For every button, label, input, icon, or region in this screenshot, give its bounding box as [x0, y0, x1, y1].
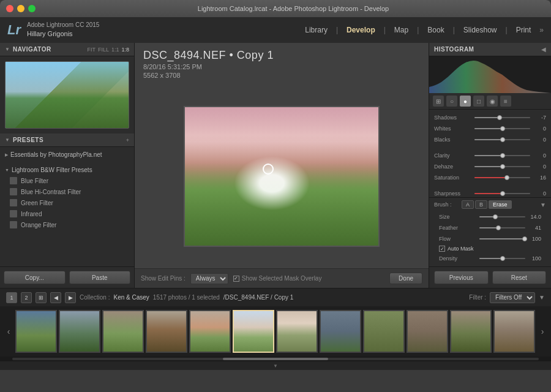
filmstrip-prev-btn[interactable]: ◀: [50, 292, 61, 303]
preset-bw-header[interactable]: ▼ Lightroom B&W Filter Presets: [0, 165, 134, 175]
filmstrip-next-btn[interactable]: ▶: [65, 292, 76, 303]
done-button[interactable]: Done: [389, 273, 422, 284]
histogram-title: Histogram: [434, 46, 541, 53]
brush-tab-erase[interactable]: Erase: [489, 200, 512, 209]
film-thumb[interactable]: [59, 310, 100, 353]
tool-grid[interactable]: ⊞: [433, 96, 444, 107]
nav-fit[interactable]: FIT: [87, 47, 96, 53]
brush-density-slider[interactable]: [479, 258, 525, 259]
left-panel-bottom: Copy... Paste: [0, 266, 134, 288]
clarity-slider[interactable]: [474, 155, 530, 156]
brush-tabs: A B Erase: [462, 200, 538, 209]
list-item[interactable]: Green Filter: [0, 197, 134, 208]
filter-arrow[interactable]: ▼: [539, 294, 545, 301]
histogram-collapse[interactable]: ◀: [541, 46, 546, 53]
tool-menu[interactable]: ≡: [500, 96, 511, 107]
main-image[interactable]: [184, 106, 380, 247]
filmstrip-btn-1[interactable]: 1: [6, 292, 17, 303]
automask-checkbox[interactable]: ✓: [439, 246, 445, 252]
nav-slideshow[interactable]: Slideshow: [459, 23, 502, 37]
maximize-button[interactable]: [28, 5, 36, 12]
brush-flow-slider[interactable]: [479, 238, 525, 239]
nav-more[interactable]: »: [539, 26, 544, 34]
nav-one[interactable]: 1:1: [111, 47, 119, 53]
overlay-label: Show Selected Mask Overlay: [242, 275, 322, 282]
film-thumb[interactable]: [276, 310, 318, 353]
list-item[interactable]: Orange Filter: [0, 219, 134, 230]
film-thumb[interactable]: [493, 310, 535, 353]
presets-add[interactable]: +: [126, 137, 129, 143]
nav-map[interactable]: Map: [389, 23, 413, 37]
filmstrip-filter: Filter : Filters Off ▼: [469, 292, 545, 303]
film-thumb[interactable]: [146, 310, 187, 353]
shadows-label: Shadows: [434, 115, 472, 121]
filmstrip-right-arrow[interactable]: ›: [538, 326, 547, 336]
dehaze-value: 0: [533, 164, 546, 170]
nav-print[interactable]: Print: [511, 23, 536, 37]
user-name: Hillary Grigonis: [27, 29, 99, 39]
film-thumb[interactable]: [320, 310, 361, 353]
nav-develop[interactable]: Develop: [342, 23, 380, 37]
scrollbar-track[interactable]: [12, 358, 539, 360]
reset-button[interactable]: Reset: [492, 271, 547, 284]
filmstrip-scrollbar[interactable]: [0, 356, 551, 361]
whites-slider[interactable]: [474, 128, 530, 129]
previous-button[interactable]: Previous: [434, 271, 489, 284]
nav-eight[interactable]: 1:8: [121, 47, 129, 53]
brush-density-value: 100: [528, 255, 541, 262]
film-thumb[interactable]: [15, 310, 57, 353]
nav-fill[interactable]: FILL: [98, 47, 109, 53]
presets-header[interactable]: ▼ Presets +: [0, 134, 134, 147]
dehaze-slider[interactable]: [474, 166, 530, 167]
navigator-preview: [0, 56, 134, 134]
brush-tab-b[interactable]: B: [475, 200, 487, 209]
brush-tab-a[interactable]: A: [462, 200, 474, 209]
brush-flow-label: Flow: [439, 236, 477, 242]
paste-button[interactable]: Paste: [69, 271, 131, 284]
navigator-header[interactable]: ▼ Navigator FIT FILL 1:1 1:8: [0, 43, 134, 56]
window-controls[interactable]: [6, 5, 36, 12]
film-thumb[interactable]: [450, 310, 492, 353]
nav-library[interactable]: Library: [300, 23, 332, 37]
minimize-button[interactable]: [17, 5, 24, 12]
tool-circle[interactable]: ○: [446, 96, 457, 107]
preset-group-bw: ▼ Lightroom B&W Filter Presets Blue Filt…: [0, 162, 134, 233]
list-item[interactable]: Infrared: [0, 208, 134, 219]
preset-bw-label: Lightroom B&W Filter Presets: [12, 167, 92, 173]
overlay-checkbox[interactable]: ✓ Show Selected Mask Overlay: [233, 275, 322, 282]
tool-gear[interactable]: ◉: [487, 96, 498, 107]
scrollbar-thumb[interactable]: [223, 358, 328, 360]
filmstrip-left-arrow[interactable]: ‹: [4, 326, 13, 336]
list-item[interactable]: Blue Hi-Contrast Filter: [0, 186, 134, 197]
blacks-slider[interactable]: [474, 139, 530, 140]
tool-dot[interactable]: ●: [460, 96, 471, 107]
brush-feather-slider[interactable]: [479, 227, 525, 228]
navigator-image[interactable]: [5, 61, 129, 129]
nav-book[interactable]: Book: [422, 23, 449, 37]
shadows-slider[interactable]: [474, 117, 530, 118]
automask-row[interactable]: ✓ Auto Mask: [434, 244, 546, 253]
brush-size-slider[interactable]: [479, 216, 525, 217]
shadows-value: -7: [533, 115, 546, 121]
film-thumb-selected[interactable]: [233, 310, 274, 353]
filmstrip-grid-btn[interactable]: ⊞: [36, 292, 47, 303]
filmstrip-btn-2[interactable]: 2: [21, 292, 32, 303]
navigator-controls[interactable]: FIT FILL 1:1 1:8: [87, 47, 129, 53]
film-thumb[interactable]: [189, 310, 231, 353]
film-thumb[interactable]: [407, 310, 448, 353]
film-thumb[interactable]: [363, 310, 405, 353]
list-item[interactable]: Blue Filter: [0, 175, 134, 186]
preset-essentials-header[interactable]: ▶ Essentials by PhotographyPla.net: [0, 149, 134, 160]
copy-button[interactable]: Copy...: [4, 271, 66, 284]
brush-options[interactable]: ▼: [540, 202, 546, 208]
adjustments-section: Shadows -7 Whites 0 Blacks: [429, 110, 551, 197]
tool-square[interactable]: □: [473, 96, 484, 107]
close-button[interactable]: [6, 5, 13, 12]
film-thumb[interactable]: [102, 310, 144, 353]
saturation-slider[interactable]: [474, 177, 530, 178]
image-viewport[interactable]: [135, 84, 429, 268]
filter-select[interactable]: Filters Off: [490, 292, 535, 303]
show-edit-pins-select[interactable]: Always: [190, 273, 228, 284]
sharpness-slider[interactable]: [474, 193, 530, 194]
bottom-nav-arrow[interactable]: ▼: [0, 361, 551, 370]
